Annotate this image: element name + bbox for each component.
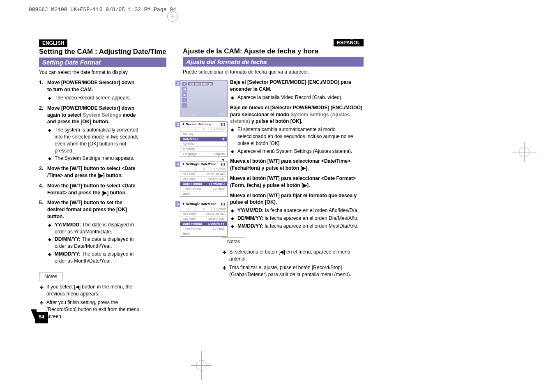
step-3: 3. Mueva el botón [W/T] para seleccionar… <box>222 158 364 172</box>
def: la fecha aparece en el orden Año/Mes/Día… <box>264 208 359 213</box>
row-value: English <box>214 152 225 156</box>
battery-icon: ▮◨ <box>221 202 226 206</box>
crop-mark-icon <box>514 146 534 158</box>
note: Si selecciona el botón [◀] en el menú, a… <box>222 249 364 263</box>
print-header: 00906J M2100 UK+ESP~110 9/8/05 1:32 PM P… <box>29 7 176 13</box>
note: Tras finalizar el ajuste, pulse el botón… <box>222 264 364 278</box>
menu-header: ✦ Settings: Date/Time <box>180 201 227 207</box>
step-2: 2. Move [POWER/MODE Selector] down again… <box>39 105 140 162</box>
step-number: 5. <box>39 199 43 206</box>
music-icon: ♪ <box>182 98 187 102</box>
screenshot-column: 2 ✦ ▤ ◉ ♪ ↓ System Settings 00:00 / 10.5… <box>180 80 229 241</box>
right-intro: Puede seleccionar el formato de fecha qu… <box>183 69 364 75</box>
step-badge: 4 <box>175 161 180 167</box>
menu-row-datetime: Date/Time▶ <box>180 137 227 142</box>
notes-list: Si selecciona el botón [◀] en el menú, a… <box>222 249 364 278</box>
row-value: YY/MM/DD <box>208 182 225 186</box>
menu-header: ✦ Settings: Date/Time <box>180 161 227 167</box>
left-column: ENGLISH Setting the CAM : Adjusting Date… <box>39 39 177 321</box>
menu-row-system: System <box>180 142 227 147</box>
row-label: Time Format <box>183 187 201 191</box>
row-label: Display <box>183 132 193 136</box>
step-4: 4. Move the [W/T] button to select <Date… <box>39 182 140 196</box>
tab-home: ⌂ <box>180 167 196 171</box>
left-main-title: Setting the CAM : Adjusting Date/Time <box>39 48 177 56</box>
term: YY/MM/DD: <box>237 208 264 213</box>
battery-icon: ▮◨ <box>221 122 226 126</box>
video-icon: ▤ <box>182 87 187 92</box>
text-highlight: System Settings <box>83 112 121 118</box>
step-number: 4. <box>39 182 43 189</box>
row-label: Back <box>183 192 190 196</box>
row-value: 12:06:10 AM <box>206 172 225 176</box>
page-number-badge: 94 <box>35 312 48 323</box>
left-subtitle: Setting Date Format <box>39 58 166 67</box>
row-label: Set Time <box>183 172 196 176</box>
step-head: Move the [W/T] button to select <Date /T… <box>47 166 135 178</box>
page-content: ENGLISH Setting the CAM : Adjusting Date… <box>39 39 364 321</box>
menu-row-set-time: Set Time12:06:10 AM <box>180 172 227 177</box>
right-subtitle: Ajuste del formato de fecha <box>183 57 364 67</box>
menu-row-memory: Memory <box>180 147 227 152</box>
language-tag-english: ENGLISH <box>39 39 67 47</box>
menu-tabs: ⌂ ↻ ✦ System <box>180 207 227 212</box>
step-number: 3. <box>39 165 43 172</box>
menu-tabs: ⌂ ↻ ✦ System <box>180 167 227 172</box>
timecode: 00:00 / 10.57 <box>182 113 199 116</box>
left-steps: 1. Move [POWER/MODE Selector] down to tu… <box>39 79 140 320</box>
note: If you select [◀] button in the menu, th… <box>39 284 140 297</box>
row-label: Date/Time <box>183 137 198 141</box>
row-label: Set Date <box>183 177 196 181</box>
row-label: Time Format <box>183 227 201 231</box>
step-head: Move [POWER/MODE Selector] down again to… <box>47 105 136 125</box>
battery-icon: ▮◨ <box>221 162 226 166</box>
menu-row-back: Back <box>180 231 227 236</box>
right-main-title: Ajuste de la CAM: Ajuste de fecha y hora <box>183 47 364 55</box>
row-label: System <box>183 142 194 146</box>
term: MM/DD/YY: <box>237 223 263 229</box>
menu-row-display: Display <box>180 132 227 137</box>
header-text: Settings: Date/Time <box>186 162 216 166</box>
menu-row-back: Back <box>180 191 227 196</box>
video-title: System Settings <box>188 82 213 85</box>
step-head: Move the [W/T] button to select <Date Fo… <box>47 183 135 196</box>
row-value: 2005/01/01 <box>208 177 225 181</box>
tab-refresh: ↻ <box>196 127 212 131</box>
tab-home: ⌂ <box>180 127 196 131</box>
term: MM/DD/YY: <box>55 251 81 257</box>
stby-indicator: STBY <box>218 113 226 116</box>
row-value: DD/MM/YY <box>208 222 225 226</box>
bullet: YY/MM/DD: The date is displayed in order… <box>47 221 140 235</box>
mode-icons: ✦ ▤ ◉ ♪ ↓ <box>182 82 188 108</box>
screenshot-2-video-record: 2 ✦ ▤ ◉ ♪ ↓ System Settings 00:00 / 10.5… <box>180 80 228 117</box>
bullet: DD/MM/YY: The date is displayed in order… <box>47 236 140 250</box>
step-badge: 2 <box>175 81 180 86</box>
def: la fecha aparece en el orden Día/Mes/Año… <box>263 215 358 221</box>
row-label: Date Format <box>183 222 202 226</box>
step-1: 1. Move [POWER/MODE Selector] down to tu… <box>39 79 140 101</box>
step-head: Mueva el botón [W/T] para seleccionar <D… <box>230 175 356 188</box>
bullet: MM/DD/YY: The date is displayed in order… <box>47 251 140 265</box>
text: y pulse el botón [OK]. <box>250 118 302 124</box>
row-value: 12 Hour <box>213 227 225 231</box>
row-value: 12:06:10 AM <box>206 212 225 216</box>
menu-row-date-format: Date FormatDD/MM/YY <box>180 221 227 226</box>
screenshot-5-date-format: 5 ▮◨ ✦ Settings: Date/Time ⌂ ↻ ✦ System … <box>180 201 228 237</box>
right-steps: 1. Baje el [Selector POWER/MODE] (ENC./M… <box>222 79 364 278</box>
menu-tabs: ⌂ ↻ ✦ System <box>180 127 227 132</box>
step-number: 2. <box>39 105 43 112</box>
row-label: Date Format <box>183 182 202 186</box>
step-badge: 3 <box>175 122 180 127</box>
menu-row-date-format: Date FormatYY/MM/DD <box>180 182 227 187</box>
tab-refresh: ↻ <box>196 207 212 211</box>
row-label: Language <box>183 152 198 156</box>
screenshot-4-date-format: 4 ▮◨ ✦ Settings: Date/Time ⌂ ↻ ✦ System … <box>180 161 228 197</box>
step-head: Mueva el botón [W/T] para fijar el forma… <box>230 193 357 205</box>
bullet: DD/MM/YY: la fecha aparece en el orden D… <box>230 215 364 222</box>
bullet: The System Settings menu appears. <box>47 155 140 162</box>
tab-refresh: ↻ <box>196 167 212 171</box>
language-tag-spanish: ESPAÑOL <box>334 39 364 46</box>
photo-icon: ◉ <box>182 92 187 97</box>
header-text: System Settings <box>186 122 211 126</box>
step-badge: 5 <box>175 201 180 207</box>
